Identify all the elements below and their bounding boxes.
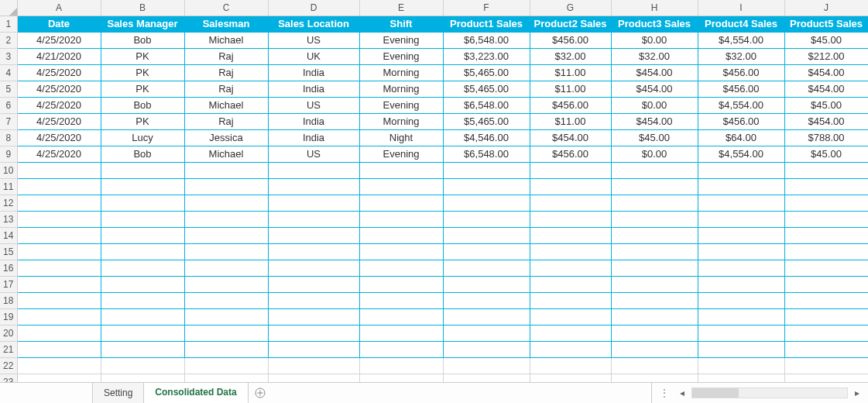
cell[interactable]: Morning: [359, 64, 443, 81]
tab-setting[interactable]: Setting: [93, 383, 144, 403]
cell-empty[interactable]: [784, 341, 868, 357]
cell-empty[interactable]: [17, 308, 101, 325]
cell-empty[interactable]: [101, 308, 184, 325]
header-cell[interactable]: Sales Location: [268, 16, 359, 32]
cell-empty[interactable]: [530, 211, 611, 227]
row-head-21[interactable]: 21: [0, 341, 17, 357]
row-head-16[interactable]: 16: [0, 260, 17, 276]
cell-empty[interactable]: [698, 178, 784, 195]
cell[interactable]: $64.00: [698, 129, 784, 146]
cell-empty[interactable]: [784, 292, 868, 308]
cell[interactable]: Night: [359, 129, 443, 146]
cell-empty[interactable]: [443, 211, 530, 227]
row-head-10[interactable]: 10: [0, 162, 17, 178]
cell-empty[interactable]: [359, 276, 443, 292]
cell[interactable]: 4/25/2020: [17, 97, 101, 113]
cell-empty[interactable]: [268, 308, 359, 325]
cell-empty[interactable]: [784, 178, 868, 195]
cell-empty[interactable]: [611, 292, 698, 308]
cell-empty[interactable]: [698, 325, 784, 341]
cell[interactable]: $454.00: [784, 113, 868, 129]
cell[interactable]: Morning: [359, 113, 443, 129]
cell-outside[interactable]: [268, 357, 359, 374]
cell[interactable]: Morning: [359, 81, 443, 97]
cell-empty[interactable]: [184, 341, 268, 357]
cell-empty[interactable]: [698, 243, 784, 260]
row-head-15[interactable]: 15: [0, 243, 17, 260]
cell-empty[interactable]: [17, 243, 101, 260]
cell-outside[interactable]: [530, 357, 611, 374]
cell-empty[interactable]: [17, 162, 101, 178]
cell-empty[interactable]: [184, 276, 268, 292]
cell-empty[interactable]: [268, 162, 359, 178]
cell-empty[interactable]: [698, 308, 784, 325]
cell[interactable]: US: [268, 146, 359, 162]
cell-empty[interactable]: [268, 243, 359, 260]
cell[interactable]: UK: [268, 48, 359, 64]
cell-empty[interactable]: [784, 243, 868, 260]
cell-empty[interactable]: [268, 260, 359, 276]
cell[interactable]: $45.00: [784, 32, 868, 48]
cell[interactable]: $454.00: [784, 81, 868, 97]
cell-empty[interactable]: [359, 195, 443, 211]
cell-empty[interactable]: [17, 325, 101, 341]
cell[interactable]: Bob: [101, 146, 184, 162]
cell-empty[interactable]: [359, 260, 443, 276]
cell-empty[interactable]: [443, 308, 530, 325]
cell-empty[interactable]: [530, 178, 611, 195]
cell[interactable]: $456.00: [698, 81, 784, 97]
cell-empty[interactable]: [17, 227, 101, 243]
cell-empty[interactable]: [443, 325, 530, 341]
scroll-right-button[interactable]: ▸: [851, 387, 863, 399]
cell[interactable]: $456.00: [530, 97, 611, 113]
cell[interactable]: Bob: [101, 32, 184, 48]
cell-empty[interactable]: [611, 325, 698, 341]
cell[interactable]: $454.00: [611, 81, 698, 97]
cell-outside[interactable]: [698, 357, 784, 374]
cell-empty[interactable]: [184, 211, 268, 227]
cell-empty[interactable]: [184, 162, 268, 178]
cell-empty[interactable]: [611, 211, 698, 227]
cell-empty[interactable]: [17, 292, 101, 308]
cell-outside[interactable]: [359, 374, 443, 382]
row-head-20[interactable]: 20: [0, 325, 17, 341]
cell-empty[interactable]: [17, 341, 101, 357]
cell-empty[interactable]: [784, 162, 868, 178]
cell[interactable]: $5,465.00: [443, 64, 530, 81]
col-head-I[interactable]: I: [698, 0, 784, 16]
cell-empty[interactable]: [784, 195, 868, 211]
col-head-A[interactable]: A: [17, 0, 101, 16]
cell-empty[interactable]: [530, 292, 611, 308]
cell-empty[interactable]: [268, 341, 359, 357]
cell[interactable]: Evening: [359, 146, 443, 162]
cell[interactable]: $45.00: [784, 97, 868, 113]
cell-empty[interactable]: [359, 308, 443, 325]
cell-empty[interactable]: [101, 243, 184, 260]
cell-empty[interactable]: [268, 292, 359, 308]
cell-empty[interactable]: [611, 162, 698, 178]
cell-empty[interactable]: [359, 227, 443, 243]
cell[interactable]: US: [268, 97, 359, 113]
cell-outside[interactable]: [784, 357, 868, 374]
cell-outside[interactable]: [359, 357, 443, 374]
add-sheet-button[interactable]: [249, 383, 272, 403]
row-head-9[interactable]: 9: [0, 146, 17, 162]
row-head-1[interactable]: 1: [0, 16, 17, 32]
col-head-E[interactable]: E: [359, 0, 443, 16]
cell-empty[interactable]: [359, 211, 443, 227]
cell-empty[interactable]: [17, 178, 101, 195]
cell-outside[interactable]: [530, 374, 611, 382]
cell[interactable]: $6,548.00: [443, 32, 530, 48]
scrollbar-thumb[interactable]: [692, 388, 739, 398]
header-cell[interactable]: Sales Manager: [101, 16, 184, 32]
cell-empty[interactable]: [443, 260, 530, 276]
cell-empty[interactable]: [530, 341, 611, 357]
cell-empty[interactable]: [698, 195, 784, 211]
cell-outside[interactable]: [443, 374, 530, 382]
col-head-B[interactable]: B: [101, 0, 184, 16]
cell-outside[interactable]: [17, 374, 101, 382]
cell[interactable]: Michael: [184, 32, 268, 48]
row-head-7[interactable]: 7: [0, 113, 17, 129]
cell-empty[interactable]: [443, 243, 530, 260]
cell[interactable]: $454.00: [530, 129, 611, 146]
